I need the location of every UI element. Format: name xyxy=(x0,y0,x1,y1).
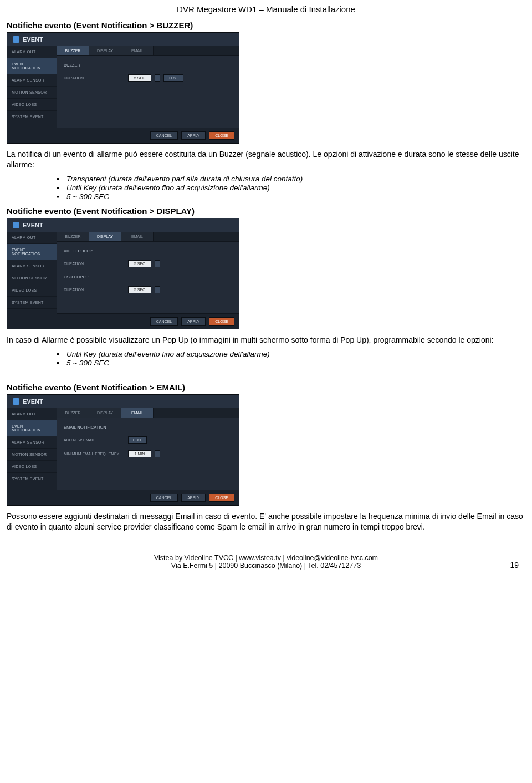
dvr-window-title: EVENT xyxy=(7,395,239,408)
edit-email-button[interactable]: EDIT xyxy=(128,436,147,444)
nav-system-event[interactable]: SYSTEM EVENT xyxy=(7,297,57,309)
min-email-freq-label: MINIMUM EMAIL FREQUENCY xyxy=(64,452,125,456)
tab-buzzer[interactable]: BUZZER xyxy=(57,232,89,241)
close-button[interactable]: CLOSE xyxy=(209,131,234,140)
buzzer-duration-value[interactable]: 5 SEC xyxy=(128,74,151,82)
group-buzzer: BUZZER xyxy=(63,60,233,69)
close-button[interactable]: CLOSE xyxy=(209,494,234,502)
video-popup-duration-label: DURATION xyxy=(64,262,125,266)
footer-line1: Vistea by Videoline TVCC | www.vistea.tv… xyxy=(7,554,525,562)
group-osd-popup: OSD POPUP xyxy=(63,272,233,281)
tab-buzzer[interactable]: BUZZER xyxy=(57,408,89,418)
nav-alarm-out[interactable]: ALARM OUT xyxy=(7,46,57,58)
page-footer: Vistea by Videoline TVCC | www.vistea.tv… xyxy=(7,554,525,570)
nav-system-event[interactable]: SYSTEM EVENT xyxy=(7,473,57,485)
dvr-window-title: EVENT xyxy=(7,218,239,232)
tab-display[interactable]: DISPLAY xyxy=(89,46,121,55)
tab-display[interactable]: DISPLAY xyxy=(89,408,121,418)
dvr-tabs: BUZZER DISPLAY EMAIL xyxy=(57,46,239,56)
bullet-item: Transparent (durata dell'evento pari all… xyxy=(66,175,303,183)
footer-line2: Via E.Fermi 5 | 20090 Buccinasco (Milano… xyxy=(7,562,525,570)
close-button[interactable]: CLOSE xyxy=(209,317,234,326)
bullet-item: Until Key (durata dell'evento fino ad ac… xyxy=(66,350,270,358)
doc-header: DVR Megastore WD1 – Manuale di Installaz… xyxy=(7,0,525,17)
section2-bullets: ▪Until Key (durata dell'evento fino ad a… xyxy=(57,350,525,367)
group-video-popup: VIDEO POPUP xyxy=(63,246,233,255)
dvr-title-text: EVENT xyxy=(23,222,43,228)
apply-button[interactable]: APPLY xyxy=(181,317,206,326)
section2-paragraph: In caso di Allarme è possibile visualizz… xyxy=(7,335,525,345)
dvr-screenshot-display: EVENT ALARM OUT EVENT NOTIFICATION ALARM… xyxy=(7,218,239,329)
osd-popup-duration-label: DURATION xyxy=(64,288,125,292)
dvr-sidebar: ALARM OUT EVENT NOTIFICATION ALARM SENSO… xyxy=(7,46,57,143)
dvr-sidebar: ALARM OUT EVENT NOTIFICATION ALARM SENSO… xyxy=(7,232,57,329)
nav-video-loss[interactable]: VIDEO LOSS xyxy=(7,99,57,111)
section1-paragraph: La notifica di un evento di allarme può … xyxy=(7,149,525,170)
event-icon xyxy=(13,398,19,405)
cancel-button[interactable]: CANCEL xyxy=(150,494,178,502)
osd-popup-stepper[interactable] xyxy=(155,286,160,293)
bullet-item: Until Key (durata dell'evento fino ad ac… xyxy=(66,184,270,192)
dvr-title-text: EVENT xyxy=(23,398,43,405)
osd-popup-duration-value[interactable]: 5 SEC xyxy=(128,286,151,293)
nav-motion-sensor[interactable]: MOTION SENSOR xyxy=(7,87,57,99)
nav-motion-sensor[interactable]: MOTION SENSOR xyxy=(7,449,57,461)
min-email-freq-stepper[interactable] xyxy=(155,450,160,457)
group-email-notification: EMAIL NOTIFICATION xyxy=(63,423,233,431)
nav-video-loss[interactable]: VIDEO LOSS xyxy=(7,284,57,297)
nav-event-notification[interactable]: EVENT NOTIFICATION xyxy=(7,58,57,74)
dvr-screenshot-email: EVENT ALARM OUT EVENT NOTIFICATION ALARM… xyxy=(7,394,239,506)
apply-button[interactable]: APPLY xyxy=(181,131,206,140)
nav-motion-sensor[interactable]: MOTION SENSOR xyxy=(7,272,57,284)
nav-event-notification[interactable]: EVENT NOTIFICATION xyxy=(7,420,57,436)
bullet-item: 5 ~ 300 SEC xyxy=(66,192,109,201)
nav-alarm-sensor[interactable]: ALARM SENSOR xyxy=(7,74,57,87)
tab-email[interactable]: EMAIL xyxy=(121,232,154,241)
min-email-freq-value[interactable]: 1 MIN xyxy=(128,450,151,457)
cancel-button[interactable]: CANCEL xyxy=(150,131,178,140)
nav-alarm-sensor[interactable]: ALARM SENSOR xyxy=(7,436,57,449)
event-icon xyxy=(13,36,19,43)
nav-alarm-sensor[interactable]: ALARM SENSOR xyxy=(7,260,57,272)
nav-system-event[interactable]: SYSTEM EVENT xyxy=(7,111,57,123)
tab-buzzer[interactable]: BUZZER xyxy=(57,46,89,55)
nav-event-notification[interactable]: EVENT NOTIFICATION xyxy=(7,244,57,260)
dvr-title-text: EVENT xyxy=(23,36,43,43)
tab-display[interactable]: DISPLAY xyxy=(89,232,121,241)
dvr-tabs: BUZZER DISPLAY EMAIL xyxy=(57,232,239,242)
buzzer-test-button[interactable]: TEST xyxy=(163,74,183,82)
section1-title: Notifiche evento (Event Notification > B… xyxy=(7,21,525,30)
section1-bullets: ▪Transparent (durata dell'evento pari al… xyxy=(57,175,525,201)
video-popup-stepper[interactable] xyxy=(155,260,160,267)
video-popup-duration-value[interactable]: 5 SEC xyxy=(128,260,151,267)
add-new-email-label: ADD NEW EMAIL xyxy=(64,438,125,442)
tab-email[interactable]: EMAIL xyxy=(121,46,154,55)
section3-title: Notifiche evento (Event Notification > E… xyxy=(7,383,525,392)
section2-title: Notifiche evento (Event Notification > D… xyxy=(7,206,525,216)
nav-video-loss[interactable]: VIDEO LOSS xyxy=(7,461,57,473)
dvr-sidebar: ALARM OUT EVENT NOTIFICATION ALARM SENSO… xyxy=(7,408,57,505)
tab-email[interactable]: EMAIL xyxy=(121,408,154,418)
bullet-item: 5 ~ 300 SEC xyxy=(66,359,109,367)
section3-paragraph: Possono essere aggiunti destinatari di m… xyxy=(7,511,525,532)
nav-alarm-out[interactable]: ALARM OUT xyxy=(7,232,57,244)
dvr-window-title: EVENT xyxy=(7,33,239,46)
dvr-screenshot-buzzer: EVENT ALARM OUT EVENT NOTIFICATION ALARM… xyxy=(7,32,239,144)
nav-alarm-out[interactable]: ALARM OUT xyxy=(7,408,57,420)
page-number: 19 xyxy=(510,561,519,570)
buzzer-duration-stepper[interactable] xyxy=(155,74,160,82)
cancel-button[interactable]: CANCEL xyxy=(150,317,178,326)
apply-button[interactable]: APPLY xyxy=(181,494,206,502)
dvr-tabs: BUZZER DISPLAY EMAIL xyxy=(57,408,239,418)
buzzer-duration-label: DURATION xyxy=(64,76,125,80)
event-icon xyxy=(13,222,19,228)
